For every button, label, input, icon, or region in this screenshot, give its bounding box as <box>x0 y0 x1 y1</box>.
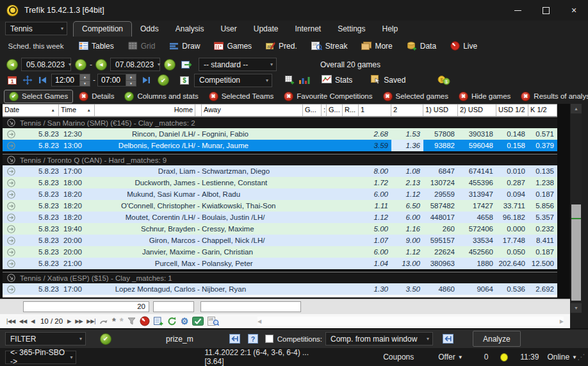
group-row[interactable]: Tennis / Toronto Q (CAN) - Hard _matches… <box>3 154 557 165</box>
nav-first-icon[interactable]: |◀◀ <box>6 318 15 324</box>
column-header-1-usd[interactable]: 1) USD <box>423 104 458 116</box>
scroll-left-icon[interactable]: ◀ <box>257 319 261 324</box>
filter-select[interactable]: FILTER ▾ <box>5 332 86 345</box>
table-row[interactable]: 5.8.2318:20O'Connell, Christopher-Kwiatk… <box>3 200 557 212</box>
offer-menu[interactable]: Offer▼ <box>438 353 462 362</box>
spinner-buttons[interactable]: ▲▼ <box>79 74 90 86</box>
toolbar-button-tables[interactable]: Tables <box>72 38 121 54</box>
nav-next-icon[interactable]: ▶ <box>67 318 71 324</box>
column-header-away[interactable]: Away <box>202 104 303 116</box>
skip-start-icon[interactable] <box>38 76 47 84</box>
table-row[interactable]: 5.8.2319:40Schnur, Brayden-Cressy, Maxim… <box>3 223 557 235</box>
competitions-source-select[interactable]: Comp. from main window ▾ <box>325 332 433 345</box>
column-header-blank[interactable]: : <box>322 104 327 116</box>
scroll-down-icon[interactable]: ▼ <box>571 303 582 313</box>
group-collapse-icon[interactable] <box>7 156 15 164</box>
funnel-icon[interactable] <box>127 317 136 325</box>
footer-field-3[interactable] <box>200 301 301 312</box>
row-open-icon[interactable] <box>3 246 19 258</box>
coins-icon[interactable]: $$ <box>437 76 451 85</box>
scrollbar-thumb[interactable] <box>571 204 581 301</box>
row-open-icon[interactable] <box>3 283 19 295</box>
confirm-check-icon[interactable] <box>192 317 204 326</box>
column-header-2-usd[interactable]: 2) USD <box>458 104 496 116</box>
saved-button[interactable]: Saved <box>371 75 405 86</box>
resize-grip[interactable]: ⋰ <box>577 353 585 362</box>
nav-fast-prev-icon[interactable]: ◀◀ <box>19 318 27 324</box>
sport-select[interactable]: Tennis ▾ <box>5 22 67 35</box>
column-header-home[interactable]: Home <box>95 104 195 116</box>
row-open-icon[interactable] <box>3 188 19 200</box>
table-row[interactable]: 5.8.2317:00Lopez Montagud, Carlos-Nijboe… <box>3 283 557 295</box>
date-to-select[interactable]: 07.08.2023▾ <box>110 58 160 71</box>
date-from-prev-button[interactable]: ◀ <box>6 59 18 71</box>
filter-ok-icon[interactable]: ✔ <box>100 333 111 345</box>
scroll-right-icon[interactable]: ▶ <box>560 319 564 324</box>
subtab-selected-teams[interactable]: ✖Selected Teams <box>204 90 279 103</box>
calendar-icon[interactable]: 1 <box>8 76 17 85</box>
add-table-icon[interactable] <box>285 76 295 85</box>
menu-tab-update[interactable]: Update <box>245 22 287 37</box>
bar-chart-icon[interactable] <box>298 76 311 85</box>
cancel-red-icon[interactable] <box>140 316 150 326</box>
row-open-icon[interactable] <box>3 140 19 151</box>
group-collapse-icon[interactable] <box>7 119 15 127</box>
maximize-button[interactable] <box>532 0 560 21</box>
row-open-icon[interactable] <box>3 200 19 212</box>
table-row[interactable]: 5.8.2318:20Mukund, Sasi Kumar-Albot, Rad… <box>3 188 557 200</box>
row-open-icon[interactable] <box>3 235 19 246</box>
scroll-up-icon[interactable]: ▲ <box>571 104 582 113</box>
toolbar-button-more[interactable]: More <box>354 38 399 54</box>
toolbar-button-data[interactable]: Data <box>400 38 443 54</box>
redo-icon[interactable] <box>99 318 108 325</box>
row-open-icon[interactable] <box>3 128 19 140</box>
toolbar-button-streak[interactable]: 100Streak <box>304 38 355 54</box>
minimize-button[interactable] <box>503 0 532 21</box>
scrollbar-track[interactable] <box>571 113 582 303</box>
toolbar-button-games[interactable]: Games <box>207 38 259 54</box>
menu-tab-analysis[interactable]: Analysis <box>167 22 213 37</box>
menu-tab-help[interactable]: Help <box>374 22 407 37</box>
gears-icon[interactable]: ⚙ <box>181 317 189 326</box>
table-row[interactable]: 5.8.2312:30Rincon, Daniel /LH/-Fognini, … <box>3 128 557 140</box>
row-open-icon[interactable] <box>3 177 19 188</box>
apply-filter-button[interactable]: ✔ <box>158 74 169 86</box>
nav-fast-next-icon[interactable]: ▶▶ <box>75 318 83 324</box>
column-header-date[interactable]: Date▲ <box>3 104 59 116</box>
menu-tab-user[interactable]: User <box>212 22 245 37</box>
refresh-green-icon[interactable] <box>167 317 177 326</box>
footer-field-2[interactable] <box>153 301 194 312</box>
column-header-r[interactable]: R... <box>343 104 359 116</box>
toolbar-button-grid[interactable]: Grid <box>121 38 163 54</box>
games-count-field[interactable]: 20 <box>23 301 149 312</box>
group-collapse-icon[interactable] <box>7 274 15 282</box>
column-header-usd-1-2[interactable]: USD 1/2 <box>496 104 528 116</box>
table-row[interactable]: 5.8.2317:00Draxl, Liam-Schwartzman, Dieg… <box>3 165 557 177</box>
money-filter-icon[interactable]: $ <box>180 76 189 85</box>
row-open-icon[interactable] <box>3 223 19 235</box>
row-open-icon[interactable] <box>3 212 19 223</box>
time-from-spinner[interactable]: 12:00 ▲▼ <box>51 74 90 87</box>
menu-tab-competition[interactable]: Competition <box>73 21 132 37</box>
column-header-2[interactable]: 2 <box>391 104 423 116</box>
nav-prev-icon[interactable]: ◀ <box>31 318 35 324</box>
column-header-blank[interactable] <box>195 104 202 116</box>
table-row[interactable]: 5.8.2318:00Duckworth, James-Lestienne, C… <box>3 177 557 188</box>
table-row[interactable]: 5.8.2318:20Moutet, Corentin /LH/-Boulais… <box>3 212 557 223</box>
column-header-g[interactable]: G... <box>327 104 343 116</box>
horizontal-scrollbar[interactable]: ◀ ▶ <box>257 317 564 326</box>
panel-arrow-icon[interactable] <box>443 334 453 344</box>
spinner-buttons[interactable]: ▲▼ <box>126 74 136 86</box>
online-menu[interactable]: Online▼ <box>547 353 577 362</box>
date-from-select[interactable]: 05.08.2023▾ <box>21 58 71 71</box>
column-header-1[interactable]: 1 <box>359 104 391 116</box>
time-to-spinner[interactable]: 07:00 ▲▼ <box>97 74 136 87</box>
column-header-k-1-2[interactable]: K 1/2 <box>528 104 557 116</box>
toolbar-button-draw[interactable]: Draw <box>162 38 207 54</box>
preset-select[interactable]: -- standard --▾ <box>199 58 277 71</box>
vertical-scrollbar[interactable]: ▲ ▼ <box>571 104 582 313</box>
subtab-columns-and-stats[interactable]: ✔Columns and stats <box>120 90 202 103</box>
star-dim-icon[interactable]: * <box>120 317 124 326</box>
star-icon[interactable]: * <box>112 317 116 326</box>
subtab-select-games[interactable]: ✔Select Games <box>4 90 73 103</box>
